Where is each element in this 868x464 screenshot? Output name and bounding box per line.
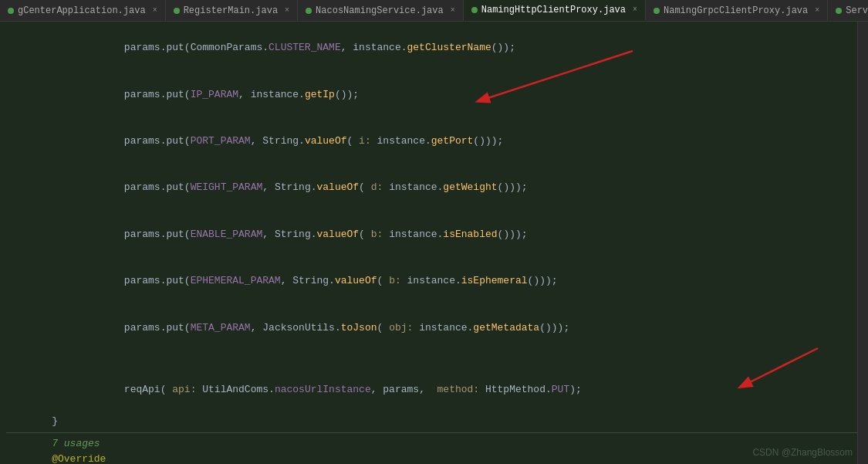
tab-naminggrpcclientproxy[interactable]: NamingGrpcClientProxy.java × (646, 0, 828, 21)
code-line (6, 351, 857, 367)
code-line: params.put(ENABLE_PARAM, String.valueOf(… (6, 212, 857, 258)
tab-close-4[interactable]: × (815, 6, 819, 15)
tab-serviceinfoholder[interactable]: ServiceInfoHolder.java × (828, 0, 868, 21)
code-line-usages: 7 usages (6, 436, 857, 452)
tab-close-1[interactable]: × (285, 6, 289, 15)
code-line: params.put(META_PARAM, JacksonUtils.toJs… (6, 305, 857, 351)
tab-bar: gCenterApplication.java × RegisterMain.j… (0, 0, 868, 22)
section-separator (6, 432, 857, 433)
code-line: params.put(CommonParams.CLUSTER_NAME, in… (6, 25, 857, 71)
code-line-annotation: @Override (6, 452, 857, 464)
code-area: params.put(CommonParams.CLUSTER_NAME, in… (0, 22, 868, 464)
code-line: params.put(WEIGHT_PARAM, String.valueOf(… (6, 164, 857, 211)
code-line: params.put(EPHEMERAL_PARAM, String.value… (6, 258, 857, 304)
tab-close-2[interactable]: × (451, 6, 455, 15)
code-line: } (6, 414, 857, 429)
tab-close-0[interactable]: × (153, 6, 157, 15)
code-line: reqApi( api: UtilAndComs.nacosUrlInstanc… (6, 367, 857, 413)
code-line: params.put(IP_PARAM, instance.getIp()); (6, 71, 857, 117)
code-content[interactable]: params.put(CommonParams.CLUSTER_NAME, in… (0, 22, 857, 464)
code-line: params.put(PORT_PARAM, String.valueOf( i… (6, 118, 857, 164)
scrollbar[interactable] (857, 22, 868, 464)
tab-nacosnamingservice[interactable]: NacosNamingService.java × (298, 0, 464, 21)
tab-close-3[interactable]: × (633, 5, 637, 14)
tab-registermain[interactable]: RegisterMain.java × (166, 0, 298, 21)
tab-naminghttpclientproxy[interactable]: NamingHttpClientProxy.java × (464, 0, 646, 21)
tab-gcenter[interactable]: gCenterApplication.java × (0, 0, 166, 21)
